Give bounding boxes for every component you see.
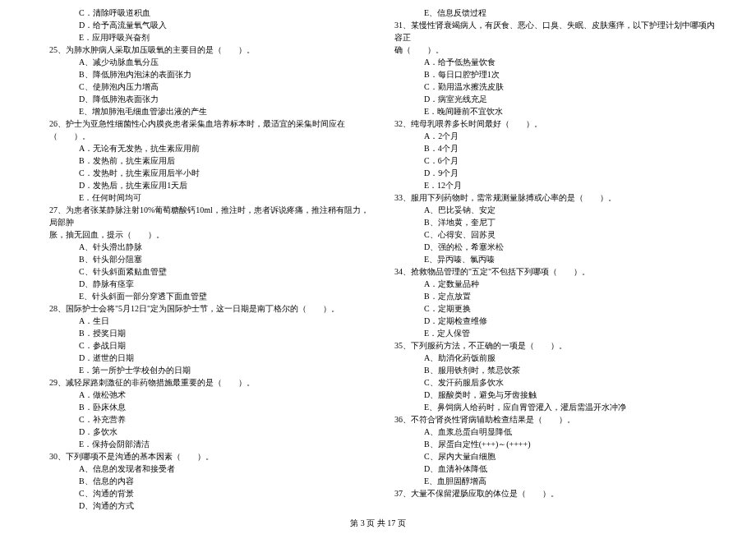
- option-text: B、服用铁剂时，禁忌饮茶: [385, 364, 717, 376]
- option-text: A．无论有无发热，抗生素应用前: [39, 142, 371, 154]
- option-text: A、针头滑出静脉: [39, 241, 371, 253]
- question-text: 28、国际护士会将"5月12日"定为国际护士节，这一日期是南丁格尔的（ ）。: [39, 302, 371, 315]
- option-text: E．第一所护士学校创办的日期: [39, 364, 371, 376]
- option-text: B．授奖日期: [39, 327, 371, 339]
- question-text: 32、纯母乳喂养多长时间最好（ ）。: [385, 117, 717, 130]
- option-text: E、血胆固醇增高: [385, 475, 717, 487]
- option-text: A．生日: [39, 315, 371, 327]
- option-text: D、服酸类时，避免与牙齿接触: [385, 389, 717, 401]
- question-text: 36、不符合肾炎性肾病辅助检查结果是（ ）。: [385, 413, 717, 426]
- option-text: E、信息反馈过程: [385, 7, 717, 19]
- option-text: B．每日口腔护理1次: [385, 68, 717, 81]
- option-text: E．保持会阴部清洁: [39, 438, 371, 450]
- option-text: C．参战日期: [39, 339, 371, 352]
- option-text: B、信息的内容: [39, 475, 371, 487]
- question-text: 30、下列哪项不是沟通的基本因素（ ）。: [39, 450, 371, 463]
- option-text: C．6个月: [385, 154, 717, 167]
- option-text: C、沟通的背景: [39, 487, 371, 499]
- option-text: D、降低肺泡表面张力: [39, 93, 371, 105]
- exam-page: C．清除呼吸道积血D．给予高流量氧气吸入E．应用呼吸兴奋剂25、为肺水肿病人采取…: [0, 0, 756, 518]
- question-text: 35、下列服药方法，不正确的一项是（ ）。: [385, 339, 717, 352]
- option-text: E、鼻饲病人给药时，应自胃管灌入，灌后需温开水冲净: [385, 401, 717, 413]
- option-text: B、洋地黄，奎尼丁: [385, 216, 717, 228]
- option-text: C．清除呼吸道积血: [39, 7, 371, 19]
- question-text: 31、某慢性肾衰竭病人，有厌食、恶心、口臭、失眠、皮肤瘙痒，以下护理计划中哪项内…: [385, 19, 717, 44]
- option-text: D．发热后，抗生素应用1天后: [39, 179, 371, 191]
- option-text: B、降低肺泡内泡沫的表面张力: [39, 68, 371, 81]
- option-text: D．逝世的日期: [39, 352, 371, 364]
- option-text: A、助消化药饭前服: [385, 352, 717, 364]
- option-text: A．2个月: [385, 130, 717, 142]
- option-text: D．多饮水: [39, 426, 371, 438]
- option-text: A、巴比妥钠、安定: [385, 204, 717, 216]
- option-text: C、尿内大量白细胞: [385, 450, 717, 463]
- option-text: D．病室光线充足: [385, 93, 717, 105]
- option-text: D、血清补体降低: [385, 463, 717, 475]
- option-text: A．定数量品种: [385, 278, 717, 290]
- option-text: E、异丙嗪、氯丙嗪: [385, 253, 717, 265]
- option-text: B、针头部分阻塞: [39, 253, 371, 265]
- option-text: A．做松弛术: [39, 389, 371, 401]
- option-text: E．晚间睡前不宜饮水: [385, 105, 717, 117]
- option-text: C、发汗药服后多饮水: [385, 376, 717, 389]
- option-text: E．定人保管: [385, 327, 717, 339]
- option-text: C．勤用温水擦洗皮肤: [385, 81, 717, 93]
- question-text: 27、为患者张某静脉注射10%葡萄糖酸钙10ml，推注时，患者诉说疼痛，推注稍有…: [39, 204, 371, 228]
- option-text: C．发热时，抗生素应用后半小时: [39, 167, 371, 179]
- option-text: B、尿蛋白定性(+++)～(++++): [385, 438, 717, 450]
- option-text: D．给予高流量氧气吸入: [39, 19, 371, 31]
- option-text: C．补充营养: [39, 413, 371, 426]
- option-text: E．任何时间均可: [39, 191, 371, 204]
- option-text: D、静脉有痉挛: [39, 278, 371, 290]
- question-text: 确（ ）。: [385, 44, 717, 56]
- option-text: E．应用呼吸兴奋剂: [39, 31, 371, 44]
- option-text: C．定期更换: [385, 302, 717, 315]
- option-text: D．9个月: [385, 167, 717, 179]
- question-text: 37、大量不保留灌肠应取的体位是（ ）。: [385, 487, 717, 499]
- question-text: 25、为肺水肿病人采取加压吸氧的主要目的是（ ）。: [39, 44, 371, 56]
- question-text: 29、减轻尿路刺激征的非药物措施最重要的是（ ）。: [39, 376, 371, 389]
- option-text: D、强的松，希塞米松: [385, 241, 717, 253]
- option-text: A．给予低热量饮食: [385, 56, 717, 68]
- option-text: A、血浆总蛋白明显降低: [385, 426, 717, 438]
- option-text: B．发热前，抗生素应用后: [39, 154, 371, 167]
- option-text: E、针头斜面一部分穿透下面血管壁: [39, 290, 371, 302]
- option-text: C、使肺泡内压力增高: [39, 81, 371, 93]
- option-text: B．定点放置: [385, 290, 717, 302]
- option-text: E．12个月: [385, 179, 717, 191]
- question-text: 34、抢救物品管理的"五定"不包括下列哪项（ ）。: [385, 265, 717, 278]
- option-text: A、信息的发现者和接受者: [39, 463, 371, 475]
- option-text: E、增加肺泡毛细血管渗出液的产生: [39, 105, 371, 117]
- option-text: A、减少动脉血氧分压: [39, 56, 371, 68]
- option-text: D、沟通的方式: [39, 499, 371, 512]
- right-column: E、信息反馈过程31、某慢性肾衰竭病人，有厌食、恶心、口臭、失眠、皮肤瘙痒，以下…: [378, 7, 723, 512]
- question-text: 26、护士为亚急性细菌性心内膜炎患者采集血培养标本时，最适宜的采集时间应在（ ）…: [39, 117, 371, 142]
- page-footer: 第 3 页 共 17 页: [0, 518, 756, 529]
- option-text: C、针头斜面紧贴血管壁: [39, 265, 371, 278]
- question-text: 胀，抽无回血，提示（ ）。: [39, 228, 371, 241]
- question-text: 33、服用下列药物时，需常规测量脉搏或心率的是（ ）。: [385, 191, 717, 204]
- option-text: D．定期检查维修: [385, 315, 717, 327]
- option-text: B．4个月: [385, 142, 717, 154]
- left-column: C．清除呼吸道积血D．给予高流量氧气吸入E．应用呼吸兴奋剂25、为肺水肿病人采取…: [33, 7, 378, 512]
- option-text: C、心得安、回苏灵: [385, 228, 717, 241]
- option-text: B．卧床休息: [39, 401, 371, 413]
